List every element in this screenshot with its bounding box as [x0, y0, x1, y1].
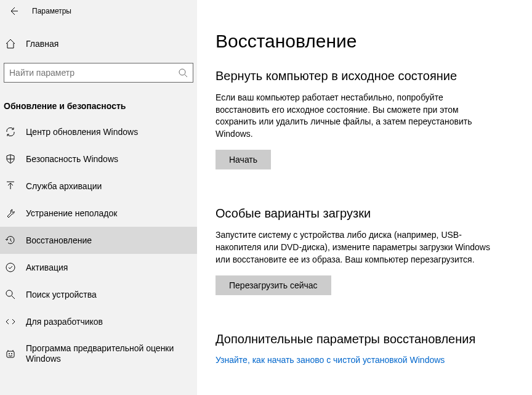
- sidebar: Параметры Главная Обновление и безопасно…: [0, 0, 197, 395]
- insider-icon: [5, 348, 16, 359]
- svg-point-4: [6, 290, 12, 296]
- home-link[interactable]: Главная: [0, 32, 197, 55]
- sidebar-item-label: Активация: [26, 263, 197, 273]
- restart-now-button[interactable]: Перезагрузить сейчас: [216, 275, 331, 295]
- search-box[interactable]: [4, 63, 193, 83]
- advanced-heading: Особые варианты загрузки: [216, 206, 514, 221]
- svg-point-7: [9, 353, 10, 354]
- reset-heading: Вернуть компьютер в исходное состояние: [216, 69, 514, 83]
- sidebar-item-label: Программа предварительной оценки Windows: [26, 343, 197, 364]
- sidebar-header: Параметры: [0, 0, 197, 22]
- advanced-description: Запустите систему с устройства либо диск…: [216, 229, 499, 266]
- svg-point-3: [6, 263, 15, 272]
- history-icon: [5, 235, 16, 246]
- check-circle-icon: [5, 262, 16, 273]
- svg-point-1: [179, 69, 185, 75]
- sidebar-item-label: Безопасность Windows: [26, 154, 197, 165]
- fresh-start-link[interactable]: Узнайте, как начать заново с чистой уста…: [216, 355, 445, 365]
- sidebar-item-activation[interactable]: Активация: [0, 254, 197, 281]
- wrench-icon: [5, 208, 16, 219]
- search-icon: [178, 68, 188, 78]
- sidebar-item-backup[interactable]: Служба архивации: [0, 173, 197, 200]
- more-heading: Дополнительные параметры восстановления: [216, 332, 514, 346]
- svg-line-2: [185, 75, 187, 77]
- sidebar-item-label: Поиск устройства: [26, 290, 197, 300]
- more-recovery-section: Дополнительные параметры восстановления …: [216, 332, 514, 365]
- search-device-icon: [5, 289, 16, 300]
- upload-icon: [5, 181, 16, 192]
- svg-line-5: [12, 296, 15, 299]
- sidebar-item-developers[interactable]: Для разработчиков: [0, 308, 197, 335]
- sidebar-item-label: Центр обновления Windows: [26, 127, 197, 137]
- reset-start-button[interactable]: Начать: [216, 150, 271, 169]
- sync-icon: [5, 126, 16, 137]
- sidebar-item-label: Для разработчиков: [26, 317, 197, 327]
- sidebar-item-label: Служба архивации: [26, 181, 197, 192]
- svg-point-8: [11, 353, 12, 354]
- search-input[interactable]: [9, 68, 178, 78]
- reset-description: Если ваш компьютер работает нестабильно,…: [216, 92, 499, 140]
- reset-section: Вернуть компьютер в исходное состояние Е…: [216, 69, 514, 169]
- section-title: Обновление и безопасность: [0, 95, 197, 118]
- code-icon: [5, 316, 16, 327]
- window-title: Параметры: [32, 7, 71, 15]
- shield-icon: [5, 153, 16, 165]
- sidebar-item-label: Устранение неполадок: [26, 208, 197, 219]
- page-title: Восстановление: [216, 31, 514, 52]
- sidebar-item-troubleshoot[interactable]: Устранение неполадок: [0, 200, 197, 227]
- home-label: Главная: [26, 39, 58, 49]
- home-icon: [5, 38, 16, 49]
- sidebar-item-label: Восстановление: [26, 235, 197, 246]
- arrow-left-icon: [9, 6, 18, 16]
- sidebar-item-insider[interactable]: Программа предварительной оценки Windows: [0, 335, 197, 372]
- advanced-startup-section: Особые варианты загрузки Запустите систе…: [216, 206, 514, 295]
- back-button[interactable]: [7, 5, 20, 17]
- sidebar-item-windows-update[interactable]: Центр обновления Windows: [0, 118, 197, 145]
- sidebar-item-find-device[interactable]: Поиск устройства: [0, 281, 197, 308]
- main-content: Восстановление Вернуть компьютер в исход…: [197, 0, 532, 395]
- sidebar-item-windows-security[interactable]: Безопасность Windows: [0, 145, 197, 173]
- sidebar-item-recovery[interactable]: Восстановление: [0, 227, 197, 254]
